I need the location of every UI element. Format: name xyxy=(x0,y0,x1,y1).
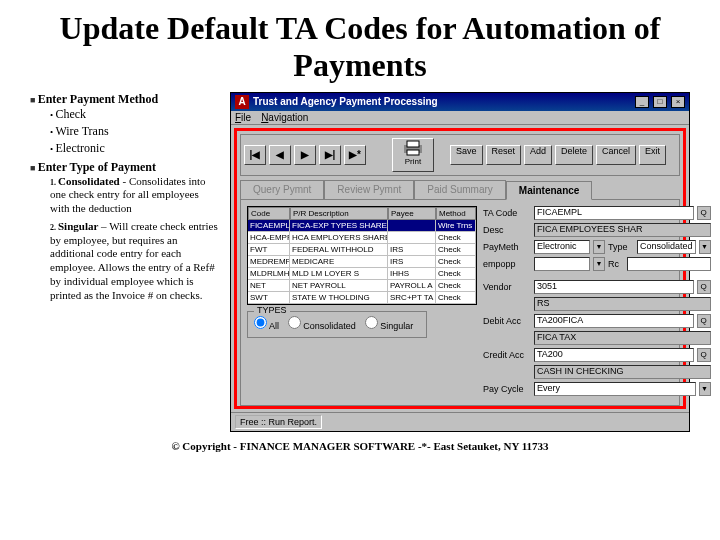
col-payee[interactable]: Payee xyxy=(388,207,436,220)
table-row[interactable]: FICAEMPLFICA-EXP TYPES SHARESWire Trns xyxy=(248,220,476,232)
desc-field: FICA EMPLOYEES SHAR xyxy=(534,223,711,237)
maximize-button[interactable]: □ xyxy=(653,96,667,108)
desc-label: Desc xyxy=(483,225,531,235)
status-text: Free :: Run Report. xyxy=(235,415,322,429)
menu-navigation[interactable]: Navigation xyxy=(261,112,308,123)
col-desc[interactable]: P/R Description xyxy=(290,207,388,220)
empopp-select[interactable] xyxy=(534,257,590,271)
slide-title: Update Default TA Codes for Automation o… xyxy=(30,10,690,84)
app-icon: A xyxy=(235,95,249,109)
nav-last[interactable]: ▶| xyxy=(319,145,341,165)
paycycle-dd-icon[interactable]: ▼ xyxy=(699,382,711,396)
menu-file[interactable]: File xyxy=(235,112,251,123)
ta-code-label: TA Code xyxy=(483,208,531,218)
credit-label: Credit Acc xyxy=(483,350,531,360)
empopp-label: empopp xyxy=(483,259,531,269)
nav-new[interactable]: ▶* xyxy=(344,145,366,165)
toolbar: |◀ ◀ ▶ ▶| ▶* Print Save Reset Add xyxy=(240,134,680,176)
table-row[interactable]: FWTFEDERAL WITHHOLDIRSCheck xyxy=(248,244,476,256)
tab-body: Code P/R Description Payee Method FICAEM… xyxy=(240,199,680,406)
nav-next[interactable]: ▶ xyxy=(294,145,316,165)
vendor-label: Vendor xyxy=(483,282,531,292)
col-code[interactable]: Code xyxy=(248,207,290,220)
print-button[interactable]: Print xyxy=(392,138,434,172)
credit-name: CASH IN CHECKING xyxy=(534,365,711,379)
exit-button[interactable]: Exit xyxy=(639,145,666,165)
sub-wire: Wire Trans xyxy=(50,124,220,139)
menubar: File Navigation xyxy=(231,111,689,125)
credit-lookup[interactable]: Q xyxy=(697,348,711,362)
tab-maintenance[interactable]: Maintenance xyxy=(506,181,593,200)
table-row[interactable]: SWTSTATE W THOLDINGSRC+PT TACheck xyxy=(248,292,476,304)
tab-review[interactable]: Review Pymnt xyxy=(324,180,414,199)
debit-lookup[interactable]: Q xyxy=(697,314,711,328)
num-singular: 2.Singular – Will create check entries b… xyxy=(50,220,220,303)
table-row[interactable]: HCA-EMPRHCA EMPLOYERS SHARESCheck xyxy=(248,232,476,244)
col-method[interactable]: Method xyxy=(436,207,476,220)
delete-button[interactable]: Delete xyxy=(555,145,593,165)
credit-field[interactable]: TA200 xyxy=(534,348,694,362)
nav-prev[interactable]: ◀ xyxy=(269,145,291,165)
close-button[interactable]: × xyxy=(671,96,685,108)
empopp-dd-icon[interactable]: ▼ xyxy=(593,257,605,271)
content-frame: |◀ ◀ ▶ ▶| ▶* Print Save Reset Add xyxy=(234,128,686,409)
paymeth-dd-icon[interactable]: ▼ xyxy=(593,240,605,254)
debit-field[interactable]: TA200FICA xyxy=(534,314,694,328)
rc-field[interactable] xyxy=(627,257,711,271)
slide-bullets: Enter Payment Method Check Wire Trans El… xyxy=(30,92,220,432)
app-window: A Trust and Agency Payment Processing _ … xyxy=(230,92,690,432)
rc-label: Rc xyxy=(608,259,624,269)
svg-rect-1 xyxy=(407,141,419,147)
cancel-button[interactable]: Cancel xyxy=(596,145,636,165)
ta-code-lookup[interactable]: Q xyxy=(697,206,711,220)
nav-first[interactable]: |◀ xyxy=(244,145,266,165)
paymeth-label: PayMeth xyxy=(483,242,531,252)
svg-rect-2 xyxy=(407,150,419,155)
tab-paid-summary[interactable]: Paid Summary xyxy=(414,180,506,199)
num-consolidated: 1.Consolidated - Consolidates into one c… xyxy=(50,175,220,216)
tab-query[interactable]: Query Pymnt xyxy=(240,180,324,199)
bullet-type-of-payment: Enter Type of Payment xyxy=(38,160,156,174)
paycycle-select[interactable]: Every xyxy=(534,382,696,396)
sub-check: Check xyxy=(50,107,220,122)
radio-consolidated[interactable]: Consolidated xyxy=(288,321,356,331)
type-select[interactable]: Consolidated xyxy=(637,240,696,254)
tabstrip: Query Pymnt Review Pymnt Paid Summary Ma… xyxy=(240,180,680,199)
ta-code-field[interactable]: FICAEMPL xyxy=(534,206,694,220)
table-row[interactable]: MLDRLMHLMLD LM LOYER SIHHSCheck xyxy=(248,268,476,280)
paycycle-label: Pay Cycle xyxy=(483,384,531,394)
types-legend: TYPES xyxy=(254,305,290,315)
vendor-lookup[interactable]: Q xyxy=(697,280,711,294)
radio-singular[interactable]: Singular xyxy=(365,321,414,331)
add-button[interactable]: Add xyxy=(524,145,552,165)
detail-form: TA Code FICAEMPL Q Desc FICA EMPLOYEES S… xyxy=(483,206,711,399)
debit-label: Debit Acc xyxy=(483,316,531,326)
titlebar[interactable]: A Trust and Agency Payment Processing _ … xyxy=(231,93,689,111)
table-row[interactable]: MEDREMPLMEDICAREIRSCheck xyxy=(248,256,476,268)
minimize-button[interactable]: _ xyxy=(635,96,649,108)
statusbar: Free :: Run Report. xyxy=(231,412,689,431)
codes-grid[interactable]: Code P/R Description Payee Method FICAEM… xyxy=(247,206,477,305)
sub-electronic: Electronic xyxy=(50,141,220,156)
window-title: Trust and Agency Payment Processing xyxy=(253,96,631,107)
radio-all[interactable]: All xyxy=(254,321,279,331)
table-row[interactable]: NETNET PAYROLLPAYROLL ACheck xyxy=(248,280,476,292)
types-group: TYPES All Consolidated Singular xyxy=(247,311,427,338)
vendor-name: RS xyxy=(534,297,711,311)
bullet-payment-method: Enter Payment Method xyxy=(38,92,158,106)
save-button[interactable]: Save xyxy=(450,145,483,165)
vendor-field[interactable]: 3051 xyxy=(534,280,694,294)
type-dd-icon[interactable]: ▼ xyxy=(699,240,711,254)
type-label: Type xyxy=(608,242,634,252)
paymeth-select[interactable]: Electronic xyxy=(534,240,590,254)
reset-button[interactable]: Reset xyxy=(486,145,522,165)
debit-name: FICA TAX xyxy=(534,331,711,345)
copyright: © Copyright - FINANCE MANAGER SOFTWARE -… xyxy=(30,440,690,452)
